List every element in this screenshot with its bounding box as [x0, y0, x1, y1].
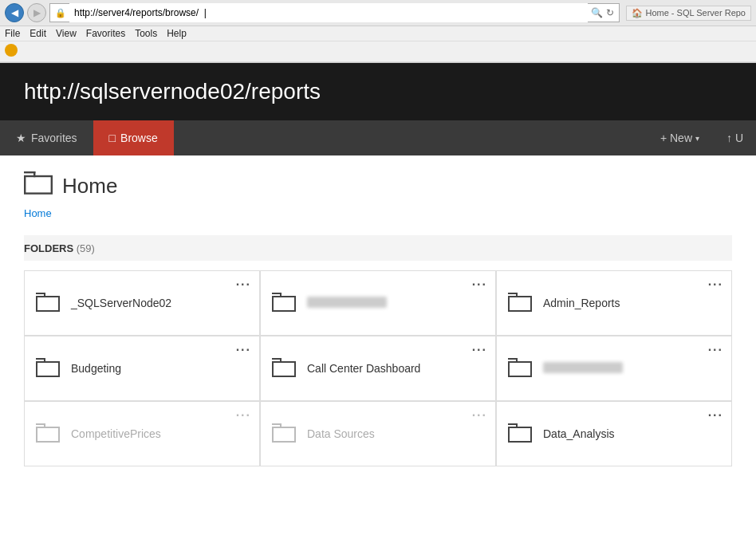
folder-card-menu-dots[interactable]: ··· — [472, 408, 487, 423]
folder-card-name: CompetitivePrices — [71, 427, 161, 440]
new-button[interactable]: + New ▾ — [648, 120, 712, 155]
new-button-label: + New — [660, 132, 692, 144]
folder-card-name — [543, 362, 623, 376]
page-title-icon — [24, 171, 53, 200]
folder-card-name: Budgeting — [71, 362, 121, 375]
folders-grid: ···_SQLServerNode02······Admin_Reports··… — [24, 270, 732, 466]
folder-icon — [508, 293, 534, 313]
folder-card-name: Data Sources — [307, 427, 375, 440]
refresh-icon[interactable]: ↻ — [606, 7, 614, 18]
browser-menubar: File Edit View Favorites Tools Help — [0, 26, 756, 41]
folder-card[interactable]: ···Data Sources — [261, 402, 495, 466]
folder-card-content: Call Center Dashboard — [272, 358, 484, 379]
favorites-bar — [0, 41, 756, 62]
folder-card-content: CompetitivePrices — [36, 423, 248, 444]
page-title-row: Home — [24, 171, 732, 200]
folder-card[interactable]: ··· — [497, 336, 731, 400]
folder-card-name: Data_Analysis — [543, 427, 615, 440]
folder-card[interactable]: ··· — [261, 271, 495, 335]
folder-card[interactable]: ···CompetitivePrices — [25, 402, 259, 466]
app-title: http://sqlservernode02/reports — [24, 79, 321, 104]
tab-browse[interactable]: □ Browse — [93, 120, 174, 155]
breadcrumb-home-link[interactable]: Home — [24, 207, 52, 219]
menu-edit[interactable]: Edit — [30, 28, 46, 39]
folder-card-menu-dots[interactable]: ··· — [236, 408, 251, 423]
menu-tools[interactable]: Tools — [135, 28, 157, 39]
upload-button-label: ↑ U — [726, 132, 743, 144]
tab-favorites[interactable]: ★ Favorites — [0, 120, 93, 155]
favorites-tab-label: Favorites — [31, 132, 77, 144]
folder-icon — [272, 293, 297, 313]
app-nav: ★ Favorites □ Browse + New ▾ ↑ U — [0, 120, 756, 155]
address-bar[interactable] — [69, 3, 588, 22]
page-title: Home — [62, 174, 117, 199]
folder-icon — [36, 293, 61, 313]
folder-icon — [508, 423, 534, 444]
folder-card[interactable]: ···Call Center Dashboard — [261, 336, 495, 400]
folder-card-content: Admin_Reports — [508, 293, 720, 313]
folder-card-menu-dots[interactable]: ··· — [472, 343, 487, 357]
folder-card-menu-dots[interactable]: ··· — [708, 408, 723, 423]
folder-card-menu-dots[interactable]: ··· — [708, 277, 723, 292]
star-icon: ★ — [16, 132, 26, 144]
app-header: http://sqlservernode02/reports — [0, 63, 756, 120]
folder-card-content: Data_Analysis — [508, 423, 720, 444]
back-button[interactable]: ◀ — [5, 3, 24, 22]
home-button[interactable]: 🏠 Home - SQL Server Repo — [626, 6, 751, 21]
browse-tab-label: Browse — [120, 132, 158, 144]
folder-icon — [36, 358, 61, 379]
folder-card-menu-dots[interactable]: ··· — [236, 343, 251, 357]
folder-card[interactable]: ···Data_Analysis — [497, 402, 731, 466]
folder-card-content — [272, 293, 484, 313]
search-icon[interactable]: 🔍 — [591, 7, 603, 18]
folder-icon — [272, 358, 297, 379]
folder-card-content: Budgeting — [36, 358, 248, 379]
forward-button[interactable]: ▶ — [27, 3, 46, 22]
folder-card-name: Call Center Dashboard — [307, 362, 420, 375]
menu-help[interactable]: Help — [167, 28, 187, 39]
folder-card[interactable]: ···Budgeting — [25, 336, 259, 400]
main-content: Home Home FOLDERS (59) ···_SQLServerNode… — [0, 155, 756, 482]
folder-icon — [36, 423, 61, 444]
breadcrumb: Home — [24, 207, 732, 219]
menu-file[interactable]: File — [5, 28, 20, 39]
folder-icon — [272, 423, 297, 444]
browser-chrome: ◀ ▶ 🔒 🔍 ↻ 🏠 Home - SQL Server Repo File … — [0, 0, 756, 63]
folder-card-content — [508, 358, 720, 379]
upload-button[interactable]: ↑ U — [714, 120, 756, 155]
folder-card-name — [307, 297, 387, 310]
folder-card-menu-dots[interactable]: ··· — [472, 277, 487, 292]
folder-card-name: _SQLServerNode02 — [71, 297, 171, 309]
folder-card-content: _SQLServerNode02 — [36, 293, 248, 313]
folder-card-name: Admin_Reports — [543, 297, 620, 309]
folders-title: FOLDERS (59) — [24, 242, 95, 254]
browse-icon: □ — [109, 132, 116, 144]
folder-icon — [508, 358, 534, 379]
folder-card[interactable]: ···Admin_Reports — [497, 271, 731, 335]
favicon — [5, 44, 18, 57]
folder-card[interactable]: ···_SQLServerNode02 — [25, 271, 259, 335]
menu-view[interactable]: View — [56, 28, 77, 39]
browser-toolbar: ◀ ▶ 🔒 🔍 ↻ 🏠 Home - SQL Server Repo — [0, 0, 756, 26]
menu-favorites[interactable]: Favorites — [86, 28, 125, 39]
chevron-down-icon: ▾ — [695, 134, 699, 143]
nav-right: + New ▾ ↑ U — [648, 120, 756, 155]
folder-card-menu-dots[interactable]: ··· — [236, 277, 251, 292]
folder-card-menu-dots[interactable]: ··· — [708, 343, 723, 357]
folder-card-content: Data Sources — [272, 423, 484, 444]
folders-section-header: FOLDERS (59) — [24, 235, 732, 261]
